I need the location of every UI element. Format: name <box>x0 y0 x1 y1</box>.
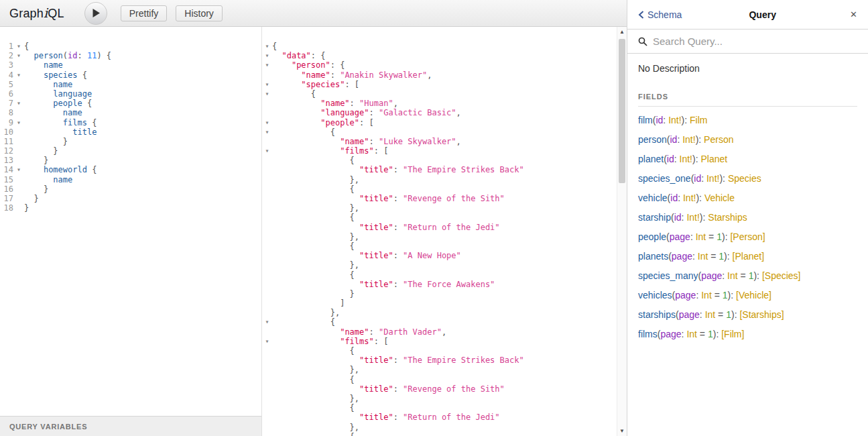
fold-spacer <box>262 327 272 337</box>
code-text: "name": "Darth Vader", <box>272 327 446 337</box>
fold-spacer <box>262 308 272 317</box>
arg-type-link[interactable]: Int! <box>668 115 681 125</box>
fold-arrow-icon[interactable]: ▾ <box>262 51 272 60</box>
field-name-link[interactable]: starship <box>638 212 671 223</box>
code-text: "data": { <box>272 51 326 60</box>
doc-field-item[interactable]: starship(id: Int!): Starships <box>638 212 857 223</box>
arg-type-link[interactable]: Int <box>701 290 712 301</box>
fold-arrow-icon[interactable]: ▾ <box>13 70 24 80</box>
doc-field-item[interactable]: species_many(page: Int = 1): [Species] <box>638 270 857 282</box>
doc-field-item[interactable]: people(page: Int = 1): [Person] <box>638 231 857 243</box>
fold-arrow-icon[interactable]: ▾ <box>13 99 24 108</box>
return-type-link[interactable]: Film <box>690 115 707 125</box>
arg-name: page <box>672 251 692 262</box>
doc-field-item[interactable]: vehicles(page: Int = 1): [Vehicle] <box>638 290 857 301</box>
return-type-link[interactable]: [Planet] <box>733 251 764 262</box>
result-scrollbar[interactable]: ▲ ▼ <box>617 27 627 436</box>
doc-search-input[interactable] <box>653 36 857 47</box>
doc-back-link[interactable]: Schema <box>638 9 682 20</box>
close-icon[interactable]: ✕ <box>850 9 857 19</box>
field-name-link[interactable]: films <box>638 329 658 339</box>
arg-type-link[interactable]: Int <box>727 270 738 281</box>
doc-field-item[interactable]: person(id: Int!): Person <box>638 134 857 146</box>
fold-spacer <box>262 251 272 260</box>
return-type-link[interactable]: Species <box>728 173 761 184</box>
execute-query-button[interactable] <box>84 2 107 25</box>
field-name-link[interactable]: person <box>638 134 667 145</box>
field-name-link[interactable]: planets <box>638 251 668 262</box>
fold-arrow-icon[interactable]: ▾ <box>13 165 24 174</box>
line-number: 4 <box>0 70 13 80</box>
code-line: 13 } <box>0 156 261 165</box>
arg-type-link[interactable]: Int! <box>686 212 699 223</box>
field-name-link[interactable]: vehicles <box>638 290 672 301</box>
doc-field-item[interactable]: films(page: Int = 1): [Film] <box>638 329 857 340</box>
return-type-link[interactable]: Starships <box>708 212 747 223</box>
field-name-link[interactable]: starships <box>638 309 676 320</box>
fold-arrow-icon[interactable]: ▾ <box>262 337 272 346</box>
code-text: { <box>272 42 277 51</box>
scrollbar-thumb[interactable] <box>619 39 625 183</box>
doc-field-item[interactable]: species_one(id: Int!): Species <box>638 173 857 184</box>
fold-arrow-icon[interactable]: ▾ <box>262 317 272 327</box>
arg-type-link[interactable]: Int! <box>682 134 695 145</box>
return-type-link[interactable]: Person <box>704 134 733 145</box>
history-button[interactable]: History <box>176 5 223 21</box>
return-type-link[interactable]: [Film] <box>721 329 744 339</box>
fold-arrow-icon[interactable]: ▾ <box>262 42 272 51</box>
fold-arrow-icon[interactable]: ▾ <box>13 118 24 127</box>
code-text: { <box>272 346 355 356</box>
fold-spacer <box>262 289 272 298</box>
doc-field-item[interactable]: film(id: Int!): Film <box>638 115 857 126</box>
code-text: } <box>24 137 68 146</box>
return-type-link[interactable]: [Starships] <box>739 309 784 320</box>
return-type-link[interactable]: [Species] <box>762 270 801 281</box>
prettify-button[interactable]: Prettify <box>121 5 168 21</box>
arg-type-link[interactable]: Int! <box>706 173 719 184</box>
scroll-up-icon[interactable]: ▲ <box>617 27 627 37</box>
fold-arrow-icon[interactable]: ▾ <box>262 80 272 89</box>
code-text: }, <box>272 423 359 432</box>
return-type-link[interactable]: Vehicle <box>704 193 735 203</box>
field-name-link[interactable]: people <box>638 231 666 242</box>
arg-name: page <box>679 309 700 320</box>
code-line: ▾ "person": { <box>262 60 627 70</box>
arg-type-link[interactable]: Int <box>705 309 716 320</box>
field-name-link[interactable]: film <box>638 115 653 125</box>
arg-type-link[interactable]: Int <box>696 231 706 242</box>
arg-type-link[interactable]: Int <box>686 329 697 339</box>
arg-type-link[interactable]: Int <box>698 251 708 262</box>
doc-field-item[interactable]: vehicle(id: Int!): Vehicle <box>638 193 857 204</box>
return-type-link[interactable]: [Person] <box>730 231 765 242</box>
query-variables-bar[interactable]: QUERY VARIABLES <box>0 416 261 436</box>
fold-arrow-icon[interactable]: ▾ <box>13 51 24 60</box>
fold-arrow-icon[interactable]: ▾ <box>262 118 272 127</box>
code-text: "title": "Return of the Jedi" <box>272 223 500 232</box>
code-line: ▾ "films": [ <box>262 337 627 346</box>
doc-search[interactable] <box>627 30 868 54</box>
field-name-link[interactable]: vehicle <box>638 193 668 203</box>
field-name-link[interactable]: planet <box>638 154 664 164</box>
return-type-link[interactable]: [Vehicle] <box>736 290 771 301</box>
doc-field-item[interactable]: planets(page: Int = 1): [Planet] <box>638 251 857 262</box>
scroll-down-icon[interactable]: ▼ <box>617 426 627 436</box>
fold-arrow-icon[interactable]: ▾ <box>262 60 272 70</box>
fold-arrow-icon[interactable]: ▾ <box>13 42 24 51</box>
doc-field-item[interactable]: starships(page: Int = 1): [Starships] <box>638 309 857 321</box>
query-editor[interactable]: 1▾{2▾ person(id: 11) {3 name4▾ species {… <box>0 27 261 416</box>
field-name-link[interactable]: species_one <box>638 173 691 184</box>
logo-text: Graph <box>9 7 44 20</box>
doc-field-item[interactable]: planet(id: Int!): Planet <box>638 154 857 165</box>
arg-type-link[interactable]: Int! <box>683 193 696 203</box>
return-type-link[interactable]: Planet <box>700 154 727 164</box>
code-text: name <box>24 60 63 70</box>
arg-type-link[interactable]: Int! <box>680 154 692 164</box>
fold-arrow-icon[interactable]: ▾ <box>262 89 272 99</box>
fold-arrow-icon[interactable]: ▾ <box>262 127 272 137</box>
field-name-link[interactable]: species_many <box>638 270 698 281</box>
fold-arrow-icon[interactable]: ▾ <box>262 146 272 156</box>
code-text: { <box>272 270 355 280</box>
code-text: ] <box>272 298 345 308</box>
code-line: ▾ { <box>262 89 627 99</box>
fold-spacer <box>262 432 272 436</box>
